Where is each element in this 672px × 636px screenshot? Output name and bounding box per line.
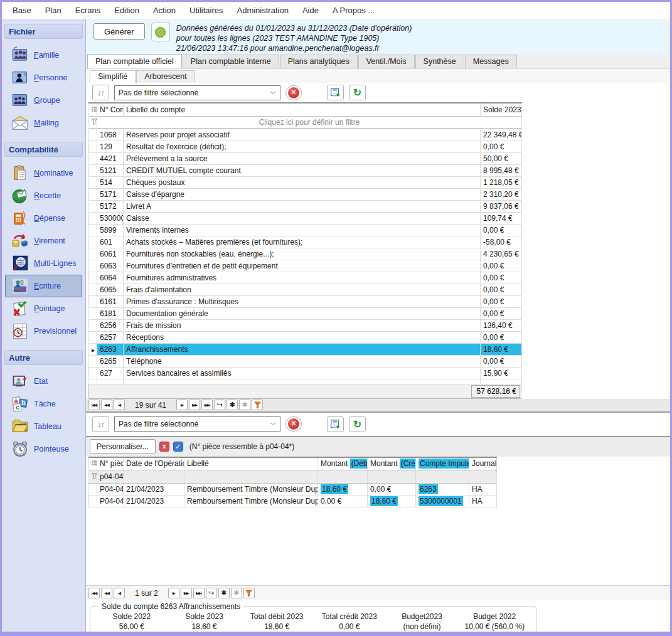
status-button[interactable] <box>151 23 170 41</box>
last-record-button[interactable]: ▶▶| <box>193 588 205 598</box>
tab-messages[interactable]: Messages <box>465 55 517 68</box>
sidebar-item-groupe[interactable]: Groupe <box>5 89 82 112</box>
table-row[interactable]: 6065 Frais d'alimentation 0,00 € <box>89 284 522 295</box>
sort-button-2[interactable]: ↓↑ <box>92 416 109 432</box>
col-header-compte[interactable]: N° Compte <box>97 103 124 116</box>
fast-prev-button[interactable]: ◀◀ <box>101 400 112 410</box>
fast-next-button[interactable]: ▶▶ <box>189 400 200 410</box>
menu-item[interactable]: Plan <box>38 3 68 18</box>
sidebar-item-tache[interactable]: abc Tâche <box>5 393 82 415</box>
sidebar-item-ecriture[interactable]: Ecriture <box>5 275 82 297</box>
bookmark-icon[interactable]: ✱ <box>218 588 230 598</box>
remove-filter-icon[interactable]: x <box>159 442 169 452</box>
table-row[interactable]: P04-04 21/04/2023 Remboursement Timbre (… <box>89 496 497 507</box>
last-record-button[interactable]: ▶▶| <box>201 400 213 410</box>
table-row[interactable]: 6181 Documentation générale 0,00 € <box>89 307 522 319</box>
sidebar-item-previsionnel[interactable]: Previsionnel <box>5 320 82 342</box>
table-row[interactable]: 6263 Affranchissements 18,60 € <box>89 343 522 355</box>
col-header-compte-impute[interactable]: Compte Imputé <box>416 457 469 470</box>
menu-item[interactable]: Base <box>6 3 38 18</box>
filter-dropdown-2[interactable]: Pas de filtre sélectionné <box>114 416 280 432</box>
bookmark-icon[interactable]: ✱ <box>227 400 238 410</box>
table-row[interactable]: 6256 Frais de mission 136,40 € <box>89 319 522 331</box>
next-record-button[interactable]: ▶ <box>168 588 179 598</box>
save-filter-button-2[interactable] <box>327 416 344 432</box>
sidebar-item-nominative[interactable]: Nominative <box>5 162 82 184</box>
refresh-filter-button-2[interactable]: ↻ <box>349 416 366 432</box>
table-row[interactable]: 6257 Réceptions 0,00 € <box>89 331 522 343</box>
fast-next-button[interactable]: ▶▶ <box>181 588 192 598</box>
clear-filter-button-2[interactable]: × <box>285 416 302 432</box>
table-row[interactable]: 129 Résultat de l'exercice (déficit); 0,… <box>89 140 522 152</box>
filter-funnel-button[interactable] <box>243 588 255 598</box>
first-record-button[interactable]: |◀◀ <box>88 588 100 598</box>
table-row[interactable]: 6061 Fournitures non stockables (eau, én… <box>89 248 522 260</box>
sort-button[interactable]: ↓↑ <box>92 85 109 100</box>
sidebar-item-virement[interactable]: Virement <box>5 230 82 252</box>
menu-item[interactable]: Edition <box>107 3 146 18</box>
table-row[interactable]: 601 Achats stockés – Matières premières … <box>89 236 522 248</box>
next-record-button[interactable]: ▶ <box>176 400 188 410</box>
tab-plan-comptable-interne[interactable]: Plan comptable interne <box>183 55 279 68</box>
refresh-filter-button-1[interactable]: ↻ <box>349 85 366 100</box>
table-row[interactable]: 6063 Fournitures d'entretien et de petit… <box>89 260 522 272</box>
tab-synthese[interactable]: Synthèse <box>415 55 464 68</box>
col-header-montant-credit[interactable]: Montant (Crédit) <box>368 457 416 470</box>
col-header-montant-debit[interactable]: Montant (Débit) <box>318 457 368 470</box>
table-row[interactable]: 4421 Prélèvement a la source 50,00 € <box>89 152 522 164</box>
table-row[interactable]: 5121 CREDIT MUTUEL compte courant 8 995,… <box>89 164 522 176</box>
sidebar-item-etat[interactable]: Etat <box>5 370 82 393</box>
redo-icon[interactable]: ↪ <box>214 400 225 410</box>
first-record-button[interactable]: |◀◀ <box>88 400 100 410</box>
prev-record-button[interactable]: ◀ <box>114 588 125 598</box>
clear-filter-button-1[interactable]: × <box>285 85 302 100</box>
table-row[interactable]: 6161 Primes d'assurance : Multirisques 0… <box>89 295 522 307</box>
save-filter-button-1[interactable] <box>327 85 344 100</box>
col-header-libelle[interactable]: Libellé <box>184 457 318 470</box>
sidebar-item-recette[interactable]: Recette <box>5 184 82 207</box>
menu-item[interactable]: Ecrans <box>68 3 107 18</box>
table-row[interactable]: 514 Chèques postaux 1 218,05 € <box>89 176 522 188</box>
table-row[interactable]: 5171 Caisse d'épargne 2 310,20 € <box>89 188 522 200</box>
table-row[interactable]: 1068 Réserves pour projet associatif 22 … <box>89 129 522 140</box>
grid1-filter-row[interactable]: Cliquez ici pour définir un filtre <box>89 116 522 129</box>
grid2-filter-row[interactable]: p04-04* <box>89 470 497 484</box>
table-row[interactable]: 5172 Livret A 9 837,06 € <box>89 200 522 212</box>
subtab-arborescent[interactable]: Arborescent <box>136 70 195 83</box>
sidebar-item-famille[interactable]: Famille <box>5 44 82 66</box>
personnaliser-button[interactable]: Personnaliser... <box>90 439 156 454</box>
table-row[interactable]: 5300000001 Caisse 109,74 € <box>89 212 522 224</box>
menu-item[interactable]: Aide <box>296 3 326 18</box>
tab-plans-analytiques[interactable]: Plans analytiques <box>280 55 358 68</box>
generer-button[interactable]: Générer <box>93 23 145 40</box>
menu-item[interactable]: Utilitaires <box>183 3 230 18</box>
menu-item[interactable]: Administration <box>230 3 296 18</box>
tab-ventil-mois[interactable]: Ventil./Mois <box>358 55 415 68</box>
col-header-date[interactable]: Date de l'Opération <box>124 457 184 470</box>
sidebar-item-pointage[interactable]: Pointage <box>5 297 82 320</box>
sidebar-item-personne[interactable]: Personne <box>5 66 82 89</box>
sidebar-item-multi-lignes[interactable]: Multi-Lignes <box>5 252 82 275</box>
menu-item[interactable]: A Propos ... <box>326 3 381 18</box>
menu-item[interactable]: Action <box>146 3 183 18</box>
col-header-piece[interactable]: N° pièce <box>97 457 124 470</box>
table-row[interactable]: 6265 Téléphone 0,00 € <box>89 355 522 367</box>
col-header-libelle[interactable]: Libellé du compte <box>124 103 481 116</box>
table-row[interactable]: 5899 Virements internes 0,00 € <box>89 224 522 236</box>
table-row[interactable]: 627 Services bancaires et assimilés 15,9… <box>89 367 522 379</box>
sidebar-item-pointeuse[interactable]: Pointeuse <box>5 438 82 460</box>
filter-dropdown-1[interactable]: Pas de filtre sélectionné <box>114 85 280 100</box>
col-header-journal[interactable]: Journal <box>469 457 497 470</box>
sidebar-item-mailing[interactable]: Mailing <box>5 112 82 134</box>
subtab-simplifie[interactable]: Simplifié <box>90 70 136 83</box>
table-row[interactable]: P04-04 21/04/2023 Remboursement Timbre (… <box>89 484 497 496</box>
sidebar-item-tableau[interactable]: Tableau <box>5 415 82 438</box>
table-row[interactable]: 6064 Fournitures administratives 0,00 € <box>89 272 522 284</box>
fast-prev-button[interactable]: ◀◀ <box>101 588 112 598</box>
filter-funnel-button[interactable] <box>252 400 263 410</box>
tab-plan-comptable-officiel[interactable]: Plan comptable officiel <box>87 54 182 68</box>
redo-icon[interactable]: ↪ <box>206 588 217 598</box>
sidebar-item-depense[interactable]: Dépense <box>5 207 82 230</box>
filter-active-checkbox[interactable]: ✓ <box>173 442 183 452</box>
prev-record-button[interactable]: ◀ <box>114 400 125 410</box>
